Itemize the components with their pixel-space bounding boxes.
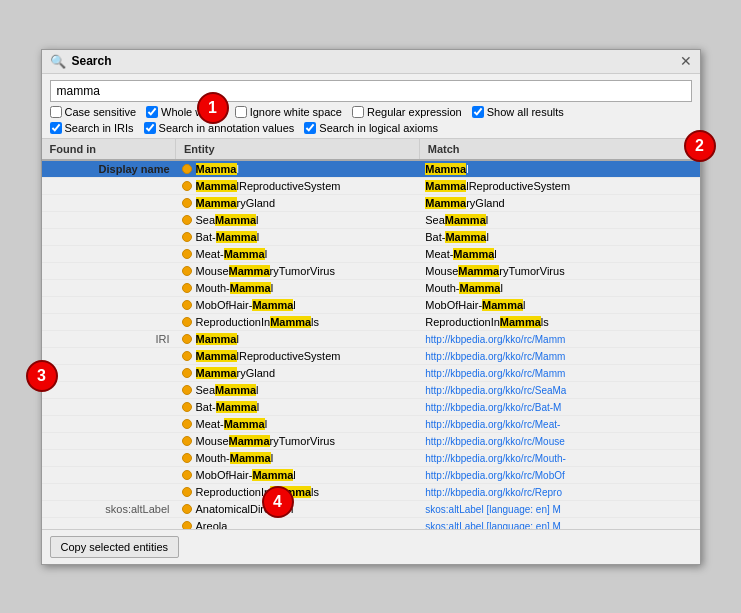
match-cell: Mouth-Mammal — [419, 279, 699, 296]
search-logical-option[interactable]: Search in logical axioms — [304, 122, 438, 134]
table-row[interactable]: MouseMammaryTumorVirusMouseMammaryTumorV… — [42, 262, 700, 279]
match-iri: http://kbpedia.org/kko/rc/Mamm — [425, 351, 565, 362]
table-row[interactable]: Bat-MammalBat-Mammal — [42, 228, 700, 245]
match-cell: SeaMammal — [419, 211, 699, 228]
search-input[interactable] — [50, 80, 692, 102]
found-in-cell — [42, 262, 176, 279]
found-in-cell — [42, 449, 176, 466]
case-sensitive-option[interactable]: Case sensitive — [50, 106, 137, 118]
entity-name: MammalReproductiveSystem — [196, 180, 341, 192]
match-text: SeaMammal — [425, 214, 488, 226]
table-row[interactable]: MobOfHair-MammalMobOfHair-Mammal — [42, 296, 700, 313]
table-row[interactable]: Bat-Mammalhttp://kbpedia.org/kko/rc/Bat-… — [42, 398, 700, 415]
found-in-cell — [42, 466, 176, 483]
match-iri: http://kbpedia.org/kko/rc/Meat- — [425, 419, 560, 430]
entity-dot-icon — [182, 334, 192, 344]
table-row[interactable]: MammalReproductiveSystemMammalReproducti… — [42, 177, 700, 194]
table-row[interactable]: MammaryGlandhttp://kbpedia.org/kko/rc/Ma… — [42, 364, 700, 381]
table-row[interactable]: Mouth-MammalMouth-Mammal — [42, 279, 700, 296]
match-skos: skos:altLabel [language: en] M — [425, 504, 561, 515]
table-row[interactable]: Meat-MammalMeat-Mammal — [42, 245, 700, 262]
match-cell: MammaryGland — [419, 194, 699, 211]
found-in-cell — [42, 313, 176, 330]
match-cell: http://kbpedia.org/kko/rc/Bat-M — [419, 398, 699, 415]
search-logical-checkbox[interactable] — [304, 122, 316, 134]
search-annotation-option[interactable]: Search in annotation values — [144, 122, 295, 134]
entity-dot-icon — [182, 504, 192, 514]
match-cell: http://kbpedia.org/kko/rc/SeaMa — [419, 381, 699, 398]
regular-expression-checkbox[interactable] — [352, 106, 364, 118]
table-row[interactable]: SeaMammalhttp://kbpedia.org/kko/rc/SeaMa — [42, 381, 700, 398]
results-table[interactable]: Found in Entity Match Display nameMammal… — [42, 139, 700, 529]
table-row[interactable]: Areolaskos:altLabel [language: en] M — [42, 517, 700, 529]
entity-cell: MammalReproductiveSystem — [176, 347, 420, 364]
match-text: Mouth-Mammal — [425, 282, 503, 294]
whole-words-checkbox[interactable] — [146, 106, 158, 118]
entity-dot-icon — [182, 283, 192, 293]
table-row[interactable]: MobOfHair-Mammalhttp://kbpedia.org/kko/r… — [42, 466, 700, 483]
entity-name: MouseMammaryTumorVirus — [196, 265, 335, 277]
table-row[interactable]: Mouth-Mammalhttp://kbpedia.org/kko/rc/Mo… — [42, 449, 700, 466]
match-text: MammalReproductiveSystem — [425, 180, 570, 192]
copy-selected-button[interactable]: Copy selected entities — [50, 536, 180, 558]
entity-dot-icon — [182, 300, 192, 310]
table-row[interactable]: MouseMammaryTumorVirushttp://kbpedia.org… — [42, 432, 700, 449]
entity-name: MammaryGland — [196, 367, 276, 379]
entity-cell: ReproductionInMammals — [176, 313, 420, 330]
entity-dot-icon — [182, 215, 192, 225]
table-row[interactable]: Display nameMammalMammal — [42, 160, 700, 178]
table-row[interactable]: MammalReproductiveSystemhttp://kbpedia.o… — [42, 347, 700, 364]
show-all-results-option[interactable]: Show all results — [472, 106, 564, 118]
match-iri: http://kbpedia.org/kko/rc/Mamm — [425, 334, 565, 345]
col-entity: Entity — [176, 139, 420, 160]
entity-cell: SeaMammal — [176, 211, 420, 228]
entity-cell: MammalReproductiveSystem — [176, 177, 420, 194]
dialog-title: Search — [72, 54, 112, 68]
table-row[interactable]: IRIMammalhttp://kbpedia.org/kko/rc/Mamm — [42, 330, 700, 347]
entity-name: Mouth-Mammal — [196, 452, 274, 464]
entity-dot-icon — [182, 249, 192, 259]
match-cell: ReproductionInMammals — [419, 313, 699, 330]
ignore-whitespace-checkbox[interactable] — [235, 106, 247, 118]
regular-expression-option[interactable]: Regular expression — [352, 106, 462, 118]
entity-name: ReproductionInMammals — [196, 486, 320, 498]
search-iris-option[interactable]: Search in IRIs — [50, 122, 134, 134]
ignore-whitespace-option[interactable]: Ignore white space — [235, 106, 342, 118]
table-row[interactable]: SeaMammalSeaMammal — [42, 211, 700, 228]
table-row[interactable]: MammaryGlandMammaryGland — [42, 194, 700, 211]
found-in-cell — [42, 194, 176, 211]
entity-cell: Meat-Mammal — [176, 245, 420, 262]
found-in-cell — [42, 517, 176, 529]
entity-name: MammalReproductiveSystem — [196, 350, 341, 362]
found-in-cell — [42, 432, 176, 449]
found-in-cell — [42, 398, 176, 415]
match-cell: Bat-Mammal — [419, 228, 699, 245]
entity-name: AnatomicalDirection — [196, 503, 294, 515]
search-iris-checkbox[interactable] — [50, 122, 62, 134]
match-skos: skos:altLabel [language: en] M — [425, 521, 561, 529]
found-in-cell — [42, 381, 176, 398]
match-iri: http://kbpedia.org/kko/rc/MobOf — [425, 470, 565, 481]
case-sensitive-checkbox[interactable] — [50, 106, 62, 118]
found-in-cell — [42, 347, 176, 364]
whole-words-option[interactable]: Whole words — [146, 106, 225, 118]
search-logical-label: Search in logical axioms — [319, 122, 438, 134]
entity-dot-icon — [182, 487, 192, 497]
entity-dot-icon — [182, 351, 192, 361]
close-button[interactable]: ✕ — [680, 54, 692, 68]
match-cell: http://kbpedia.org/kko/rc/Repro — [419, 483, 699, 500]
match-cell: MouseMammaryTumorVirus — [419, 262, 699, 279]
entity-cell: Meat-Mammal — [176, 415, 420, 432]
match-cell: MammalReproductiveSystem — [419, 177, 699, 194]
table-row[interactable]: ReproductionInMammalshttp://kbpedia.org/… — [42, 483, 700, 500]
entity-dot-icon — [182, 470, 192, 480]
table-row[interactable]: ReproductionInMammalsReproductionInMamma… — [42, 313, 700, 330]
match-text: Mammal — [425, 163, 468, 175]
match-cell: http://kbpedia.org/kko/rc/Mouse — [419, 432, 699, 449]
entity-name: SeaMammal — [196, 384, 259, 396]
show-all-results-checkbox[interactable] — [472, 106, 484, 118]
match-text: Meat-Mammal — [425, 248, 497, 260]
table-row[interactable]: Meat-Mammalhttp://kbpedia.org/kko/rc/Mea… — [42, 415, 700, 432]
search-annotation-checkbox[interactable] — [144, 122, 156, 134]
table-row[interactable]: skos:altLabelAnatomicalDirectionskos:alt… — [42, 500, 700, 517]
